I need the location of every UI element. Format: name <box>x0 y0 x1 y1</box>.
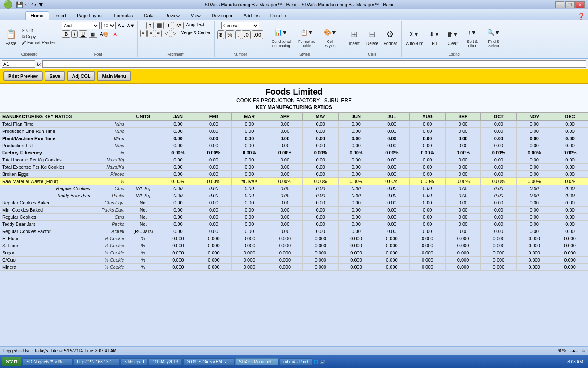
taskbar-item-5[interactable]: SDAc's Manufact... <box>235 358 278 365</box>
main-menu-button[interactable]: Main Menu <box>97 71 131 81</box>
cell-value[interactable]: 0.00 <box>481 228 517 235</box>
tab-insert[interactable]: Insert <box>49 11 72 20</box>
cell-value[interactable]: 0.00 <box>374 128 410 135</box>
cell-value[interactable]: 0.00 <box>552 192 588 199</box>
cell-value[interactable]: 0.000 <box>552 235 588 242</box>
cell-value[interactable]: 0.00 <box>339 156 374 164</box>
taskbar-item-6[interactable]: mbm4 - Paint <box>280 358 312 365</box>
cell-label[interactable]: Regular Cookies <box>0 185 92 192</box>
cell-label[interactable]: H. Flour <box>0 235 92 242</box>
cell-units[interactable]: % <box>126 264 160 271</box>
cell-value[interactable]: 0.000 <box>374 249 410 257</box>
cell-value[interactable]: 0.00% <box>160 178 196 185</box>
cell-label[interactable]: Raw Material Waste (Flour) <box>0 178 92 185</box>
cell-value[interactable]: 0.000 <box>196 257 231 264</box>
tab-review[interactable]: Review <box>159 11 185 20</box>
tab-addins[interactable]: Add-Ins <box>238 11 265 20</box>
cell-value[interactable]: 0.00 <box>552 121 588 128</box>
cell-value[interactable]: 0.000 <box>410 235 445 242</box>
cell-label[interactable]: Minera <box>0 264 92 271</box>
cell-sub[interactable]: % <box>92 178 126 185</box>
cell-value[interactable]: 0.00 <box>196 156 231 164</box>
cell-value[interactable]: 0.000 <box>517 257 552 264</box>
cell-units[interactable]: Wt -Kg <box>126 192 160 199</box>
cell-value[interactable]: 0.00 <box>481 199 517 207</box>
cell-value[interactable]: 0.00 <box>160 228 196 235</box>
cell-value[interactable]: 0.00 <box>445 192 481 199</box>
cell-label[interactable]: Production TRT <box>0 142 92 149</box>
cell-value[interactable]: 0.00% <box>374 178 410 185</box>
table-row[interactable]: Regular CookiesCtnsWt -Kg0.000.000.000.0… <box>0 185 588 192</box>
taskbar-item-4[interactable]: 2009_SDAc'sMBM_2... <box>183 358 234 365</box>
cell-value[interactable]: 0.00% <box>196 178 231 185</box>
cell-value[interactable]: 0.00 <box>339 207 374 214</box>
table-row[interactable]: Regular Cookies FactorActual(RC:Jars)0.0… <box>0 228 588 235</box>
tab-donex[interactable]: DoneEx <box>265 11 292 20</box>
cell-value[interactable]: 0.00 <box>160 199 196 207</box>
cell-value[interactable]: 0.00 <box>231 135 267 142</box>
font-size-up-icon[interactable]: A▲ <box>118 23 125 28</box>
name-box[interactable]: A1 <box>2 60 35 68</box>
merge-center-button[interactable]: Merge & Center <box>179 30 212 37</box>
cell-value[interactable]: 0.00 <box>410 135 445 142</box>
cell-value[interactable]: 0.000 <box>231 242 267 249</box>
text-rotate-button[interactable]: ↗A <box>173 22 184 29</box>
align-center-button[interactable]: ≡ <box>147 30 154 37</box>
cell-value[interactable]: 0.000 <box>160 249 196 257</box>
comma-button[interactable]: , <box>235 30 241 39</box>
cell-value[interactable]: 0.000 <box>552 249 588 257</box>
cell-value[interactable]: 0.00 <box>410 228 445 235</box>
cell-value[interactable]: 0.00 <box>231 128 267 135</box>
cell-value[interactable]: 0.00 <box>160 185 196 192</box>
cell-value[interactable]: 0.00 <box>267 228 303 235</box>
cell-value[interactable]: 0.00 <box>517 135 552 142</box>
cell-sub[interactable]: % Cookie <box>92 235 126 242</box>
cell-value[interactable]: 0.000 <box>196 242 231 249</box>
cell-value[interactable]: 0.000 <box>445 242 481 249</box>
cell-sub[interactable]: Ctns <box>92 214 126 221</box>
cell-value[interactable]: 0.00 <box>445 156 481 164</box>
cell-value[interactable]: 0.00 <box>374 185 410 192</box>
cell-label[interactable]: Sugar <box>0 249 92 257</box>
cell-value[interactable]: 0.000 <box>552 242 588 249</box>
cell-value[interactable]: 0.00 <box>410 207 445 214</box>
cell-value[interactable]: 0.00 <box>303 192 339 199</box>
cell-value[interactable]: 0.00 <box>481 185 517 192</box>
cell-value[interactable]: 0.00 <box>303 135 339 142</box>
cell-value[interactable]: 0.00 <box>196 135 231 142</box>
table-row[interactable]: Production TRTMins0.000.000.000.000.000.… <box>0 142 588 149</box>
cell-value[interactable]: 0.00% <box>517 178 552 185</box>
cell-value[interactable]: 0.00 <box>481 164 517 171</box>
cell-value[interactable]: 0.00 <box>267 142 303 149</box>
tab-page-layout[interactable]: Page Layout <box>71 11 108 20</box>
cell-value[interactable]: 0.00 <box>445 185 481 192</box>
cell-value[interactable]: 0.00 <box>517 142 552 149</box>
cell-value[interactable]: 0.00% <box>481 178 517 185</box>
cell-value[interactable]: 0.000 <box>445 264 481 271</box>
cell-value[interactable]: 0.00 <box>231 228 267 235</box>
cell-value[interactable]: 0.00% <box>552 149 588 156</box>
cell-value[interactable]: 0.000 <box>196 235 231 242</box>
cell-value[interactable]: 0.00 <box>267 207 303 214</box>
table-row[interactable]: Total Income Per Kg CookiesNaira/Kg0.000… <box>0 156 588 164</box>
cell-value[interactable]: 0.00 <box>410 221 445 228</box>
cell-value[interactable]: 0.00% <box>231 149 267 156</box>
cell-value[interactable]: 0.00 <box>339 192 374 199</box>
zoom-in-icon[interactable]: ⊕ <box>581 349 585 353</box>
cell-sub[interactable]: Naira/Kg <box>92 156 126 164</box>
table-row[interactable]: Plant/Machine Run TimeMins0.000.000.000.… <box>0 135 588 142</box>
tab-data[interactable]: Data <box>139 11 159 20</box>
format-as-table-button[interactable]: 📋▼ Format as Table <box>294 25 319 49</box>
cell-value[interactable]: 0.00 <box>267 121 303 128</box>
cell-value[interactable]: 0.00 <box>410 199 445 207</box>
cell-value[interactable]: 0.00 <box>445 121 481 128</box>
cell-units[interactable]: No. <box>126 214 160 221</box>
start-button[interactable]: Start <box>2 357 21 366</box>
cell-value[interactable]: 0.00 <box>267 135 303 142</box>
cell-value[interactable]: 0.00 <box>374 228 410 235</box>
cell-label[interactable]: Total Expense Per Kg Cookies <box>0 164 92 171</box>
cell-value[interactable]: 0.00 <box>160 192 196 199</box>
cell-value[interactable]: 0.00 <box>196 185 231 192</box>
cell-units[interactable]: % <box>126 249 160 257</box>
cell-sub[interactable]: Naira/Kg <box>92 164 126 171</box>
